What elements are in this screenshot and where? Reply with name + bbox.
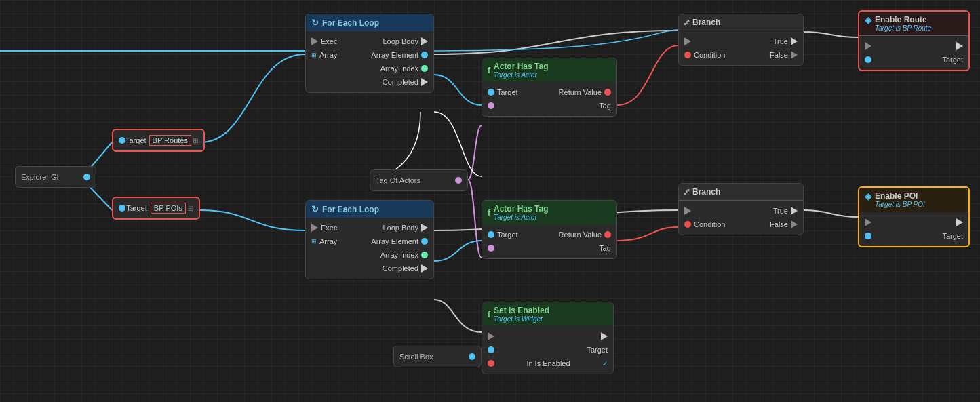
branch1-icon: ⑇	[684, 18, 689, 27]
set-enabled-icon: f	[488, 310, 490, 319]
bp-pois-node[interactable]: Target BP POIs ⊞	[112, 197, 200, 220]
branch1-exec-in[interactable]	[684, 37, 691, 45]
branch1-node[interactable]: ⑇ Branch True Condition False	[678, 14, 804, 66]
set-enabled-header: f Set Is Enabled Target is Widget	[482, 302, 613, 326]
actor-tag1-subtitle: Target is Actor	[494, 71, 548, 79]
bp-pois-label: BP POIs	[151, 203, 186, 214]
foreach2-header: ↻ For Each Loop	[306, 201, 433, 218]
actor-tag2-subtitle: Target is Actor	[494, 214, 548, 221]
actor-tag2-title: Actor Has Tag	[494, 204, 548, 214]
enable-route-node[interactable]: ◈ Enable Route Target is BP Route Target	[858, 10, 970, 71]
enable-poi-exec-in[interactable]	[865, 218, 871, 226]
actor-tag2-header: f Actor Has Tag Target is Actor	[482, 201, 616, 224]
set-enabled-target-pin[interactable]	[488, 346, 494, 353]
enable-poi-title: Enable POI	[875, 191, 925, 201]
set-is-enabled-node[interactable]: f Set Is Enabled Target is Widget Target	[482, 302, 614, 374]
foreach1-header: ↻ For Each Loop	[306, 14, 433, 31]
foreach2-exec-in[interactable]	[311, 224, 318, 232]
actor-tag2-target-pin[interactable]	[488, 231, 494, 238]
bp-routes-label: BP Routes	[149, 135, 191, 146]
actor-tag1-header: f Actor Has Tag Target is Actor	[482, 58, 616, 82]
actor-tag1-title: Actor Has Tag	[494, 62, 548, 71]
enable-route-target-pin[interactable]	[865, 56, 871, 63]
enable-poi-subtitle: Target is BP POI	[875, 201, 925, 208]
branch2-condition-pin[interactable]	[684, 221, 691, 228]
scroll-box-node[interactable]: Scroll Box	[393, 346, 482, 367]
foreach2-array-icon: ⊞	[311, 238, 317, 245]
set-enabled-subtitle: Target is Widget	[494, 315, 549, 323]
bp-routes-node[interactable]: Target BP Routes ⊞	[112, 129, 205, 152]
foreach1-node[interactable]: ↻ For Each Loop Exec Loop Body ⊞ Array	[305, 14, 434, 93]
bp-pois-grid-icon: ⊞	[188, 205, 193, 212]
bp-pois-target-pin[interactable]	[119, 205, 125, 212]
branch1-title: Branch	[692, 18, 720, 27]
enable-poi-icon: ◈	[865, 191, 871, 201]
branch1-condition-pin[interactable]	[684, 52, 691, 58]
branch2-node[interactable]: ⑇ Branch True Condition False	[678, 183, 804, 235]
foreach1-array-icon: ⊞	[311, 52, 317, 58]
enable-poi-target-pin[interactable]	[865, 233, 871, 239]
branch2-false-pin[interactable]	[791, 220, 798, 228]
foreach1-title: For Each Loop	[322, 18, 379, 28]
foreach2-title: For Each Loop	[322, 205, 379, 214]
actor-tag2-icon: f	[488, 208, 490, 218]
scroll-box-label: Scroll Box	[399, 353, 433, 361]
tag-of-actors-label: Tag Of Actors	[376, 176, 420, 184]
branch2-true-pin[interactable]	[791, 207, 798, 215]
bp-routes-target-label: Target	[125, 136, 146, 144]
foreach2-completed-pin[interactable]	[421, 264, 428, 273]
branch1-true-pin[interactable]	[791, 37, 798, 45]
foreach1-exec-in[interactable]	[311, 37, 318, 45]
explorer-gi-node[interactable]: Explorer GI	[15, 166, 96, 188]
foreach2-arrayindex-pin[interactable]	[421, 252, 428, 258]
set-enabled-check: ✓	[602, 360, 608, 367]
bp-pois-target-label: Target	[126, 204, 147, 212]
set-enabled-exec-in[interactable]	[488, 332, 494, 340]
set-enabled-isenabled-pin[interactable]	[488, 360, 494, 367]
branch2-title: Branch	[692, 187, 720, 197]
set-enabled-title: Set Is Enabled	[494, 306, 549, 315]
actor-tag1-target-pin[interactable]	[488, 89, 494, 96]
foreach1-completed-pin[interactable]	[421, 78, 428, 86]
actor-tag2-return-pin[interactable]	[604, 231, 611, 238]
actor-tag2-node[interactable]: f Actor Has Tag Target is Actor Target R…	[482, 200, 617, 259]
enable-route-subtitle: Target is BP Route	[875, 24, 931, 32]
enable-route-exec-out[interactable]	[956, 42, 963, 50]
scroll-box-pin[interactable]	[469, 353, 475, 360]
enable-route-title: Enable Route	[875, 15, 931, 24]
foreach1-arrayindex-pin[interactable]	[421, 65, 428, 72]
bp-routes-grid-icon: ⊞	[193, 137, 198, 144]
enable-route-icon: ◈	[865, 15, 871, 25]
foreach1-loopbody-pin[interactable]	[421, 37, 428, 45]
foreach2-arrayelement-pin[interactable]	[421, 238, 428, 245]
branch2-header: ⑇ Branch	[679, 184, 803, 201]
explorer-gi-output-pin[interactable]	[83, 174, 90, 180]
foreach2-icon: ↻	[311, 204, 319, 214]
actor-tag2-tag-pin[interactable]	[488, 245, 494, 252]
actor-tag1-icon: f	[488, 66, 490, 75]
branch1-header: ⑇ Branch	[679, 14, 803, 31]
branch1-false-pin[interactable]	[791, 51, 798, 59]
explorer-gi-label: Explorer GI	[21, 173, 59, 181]
bp-routes-target-pin[interactable]	[119, 137, 125, 144]
set-enabled-exec-out[interactable]	[601, 332, 608, 340]
tag-of-actors-pin[interactable]	[455, 177, 462, 184]
foreach1-icon: ↻	[311, 18, 319, 28]
enable-route-exec-in[interactable]	[865, 42, 871, 50]
branch2-icon: ⑇	[684, 187, 689, 197]
blueprint-canvas[interactable]: Explorer GI Target BP Routes ⊞ Target BP…	[0, 0, 980, 402]
enable-poi-node[interactable]: ◈ Enable POI Target is BP POI Target	[858, 186, 970, 247]
actor-tag1-node[interactable]: f Actor Has Tag Target is Actor Target R…	[482, 58, 617, 117]
tag-of-actors-node[interactable]: Tag Of Actors	[370, 169, 468, 191]
enable-poi-exec-out[interactable]	[956, 218, 963, 226]
foreach1-arrayelement-pin[interactable]	[421, 52, 428, 58]
branch2-exec-in[interactable]	[684, 207, 691, 215]
actor-tag1-tag-pin[interactable]	[488, 102, 494, 109]
foreach2-loopbody-pin[interactable]	[421, 224, 428, 232]
foreach2-node[interactable]: ↻ For Each Loop Exec Loop Body ⊞ Array	[305, 200, 434, 279]
actor-tag1-return-pin[interactable]	[604, 89, 611, 96]
